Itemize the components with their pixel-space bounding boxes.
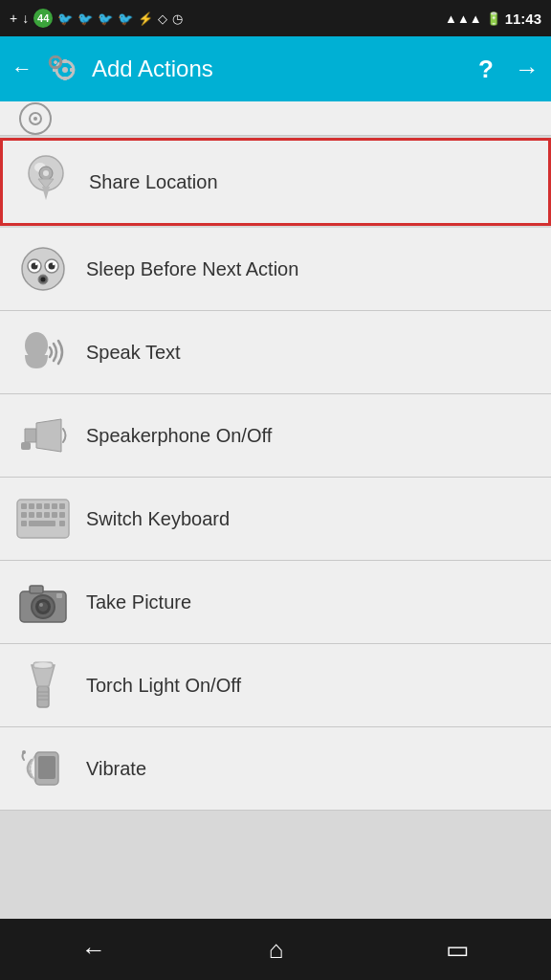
back-button[interactable]: ←	[11, 56, 33, 81]
svg-marker-34	[36, 419, 61, 452]
svg-point-68	[22, 750, 26, 754]
svg-rect-44	[29, 512, 34, 518]
vibrate-icon	[15, 741, 71, 796]
svg-rect-46	[44, 512, 50, 518]
badge-44: 44	[33, 9, 53, 28]
svg-rect-35	[21, 442, 31, 450]
twitter-icon-1: 🐦	[57, 11, 73, 26]
nav-home-button[interactable]: ⌂	[250, 927, 303, 972]
svg-rect-50	[29, 521, 55, 526]
tag-icon: ◇	[158, 11, 167, 26]
clock-icon: ◷	[172, 11, 183, 26]
svg-rect-38	[29, 503, 34, 509]
list-item-switch-keyboard[interactable]: Switch Keyboard	[0, 478, 551, 561]
sleep-label: Sleep Before Next Action	[86, 258, 298, 280]
svg-rect-5	[70, 68, 74, 72]
list-item-share-location[interactable]: Share Location	[0, 138, 551, 226]
svg-rect-39	[36, 503, 42, 509]
svg-point-55	[38, 602, 48, 612]
svg-point-29	[53, 263, 55, 265]
svg-rect-48	[59, 512, 65, 518]
battery-icon: 🔋	[486, 11, 501, 26]
list-item-sleep-before-next[interactable]: Sleep Before Next Action	[0, 228, 551, 311]
share-location-icon	[18, 154, 74, 210]
nav-recents-button[interactable]: ▭	[427, 927, 489, 972]
list-item-speak-text[interactable]: Speak Text	[0, 311, 551, 394]
speak-text-label: Speak Text	[86, 342, 181, 364]
svg-rect-49	[21, 521, 27, 526]
svg-marker-33	[25, 429, 36, 442]
svg-rect-40	[44, 503, 50, 509]
svg-rect-51	[59, 521, 65, 526]
switch-keyboard-label: Switch Keyboard	[86, 508, 230, 530]
share-location-label: Share Location	[89, 171, 218, 193]
toolbar: ← Add Actions ? →	[0, 36, 551, 101]
switch-keyboard-icon	[15, 491, 71, 546]
list-item-vibrate[interactable]: Vibrate	[0, 727, 551, 811]
twitter-icon-4: 🐦	[118, 11, 133, 26]
torch-light-icon	[15, 657, 71, 713]
svg-point-31	[41, 278, 46, 282]
torch-light-label: Torch Light On/Off	[86, 675, 241, 697]
list-container: Share Location Sleep Before Next Action	[0, 101, 551, 919]
bluetooth-icon: ⚡	[138, 11, 153, 26]
svg-rect-41	[52, 503, 57, 509]
svg-rect-59	[37, 686, 49, 707]
partial-icon	[15, 104, 55, 133]
svg-rect-37	[21, 503, 27, 509]
svg-point-32	[25, 332, 48, 359]
sleep-icon	[15, 241, 71, 297]
svg-rect-9	[55, 66, 57, 69]
take-picture-label: Take Picture	[86, 591, 191, 613]
twitter-icon-3: 🐦	[98, 11, 113, 26]
speak-text-icon	[15, 324, 71, 380]
toolbar-actions: ? →	[478, 55, 540, 84]
toolbar-title: Add Actions	[92, 56, 478, 82]
next-button[interactable]: →	[515, 55, 540, 84]
twitter-icon-2: 🐦	[77, 11, 93, 26]
help-button[interactable]: ?	[478, 55, 494, 84]
nav-bar: ← ⌂ ▭	[0, 919, 551, 980]
svg-point-20	[43, 170, 49, 176]
svg-point-13	[55, 61, 55, 62]
speakerphone-icon	[15, 408, 71, 463]
svg-rect-57	[30, 586, 43, 593]
svg-point-28	[35, 263, 37, 265]
list-item-speakerphone[interactable]: Speakerphone On/Off	[0, 394, 551, 478]
status-bar: + ↓ 44 🐦 🐦 🐦 🐦 ⚡ ◇ ◷ ▲▲▲ 🔋 11:43	[0, 0, 551, 36]
svg-point-56	[39, 603, 43, 607]
notification-icon: +	[10, 11, 17, 26]
svg-rect-67	[38, 756, 55, 779]
partial-list-item[interactable]	[0, 101, 551, 136]
app-icon	[42, 49, 82, 89]
svg-rect-47	[52, 512, 57, 518]
svg-rect-10	[49, 61, 52, 64]
signal-icon: ▲▲▲	[445, 11, 482, 26]
svg-rect-8	[55, 56, 57, 58]
status-right-icons: ▲▲▲ 🔋 11:43	[445, 11, 541, 27]
vibrate-label: Vibrate	[86, 758, 146, 780]
svg-rect-45	[36, 512, 42, 518]
take-picture-icon	[15, 574, 71, 630]
svg-rect-58	[56, 593, 62, 598]
list-item-torch-light[interactable]: Torch Light On/Off	[0, 644, 551, 727]
svg-point-1	[62, 67, 68, 73]
nav-back-button[interactable]: ←	[62, 927, 125, 972]
svg-rect-3	[63, 77, 67, 80]
svg-point-16	[33, 117, 37, 121]
svg-rect-43	[21, 512, 27, 518]
speakerphone-label: Speakerphone On/Off	[86, 425, 272, 447]
status-left-icons: + ↓ 44 🐦 🐦 🐦 🐦 ⚡ ◇ ◷	[10, 9, 183, 28]
svg-rect-2	[63, 59, 67, 63]
download-icon: ↓	[22, 11, 29, 26]
svg-marker-22	[42, 187, 50, 200]
svg-point-62	[34, 662, 52, 668]
list-item-take-picture[interactable]: Take Picture	[0, 561, 551, 644]
svg-rect-11	[59, 61, 62, 64]
svg-rect-42	[59, 503, 65, 509]
status-time: 11:43	[505, 11, 541, 27]
